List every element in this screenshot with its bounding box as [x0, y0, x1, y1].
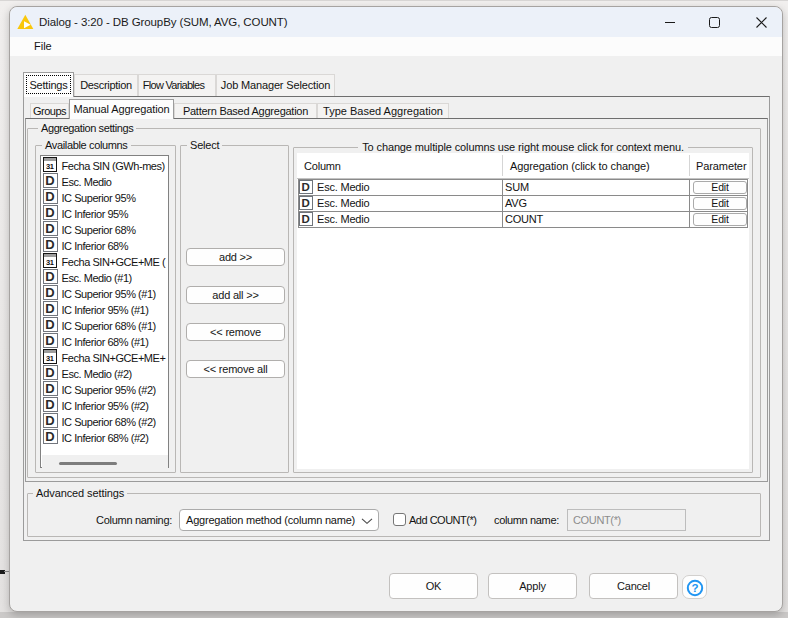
svg-text:?: ? [691, 582, 698, 594]
